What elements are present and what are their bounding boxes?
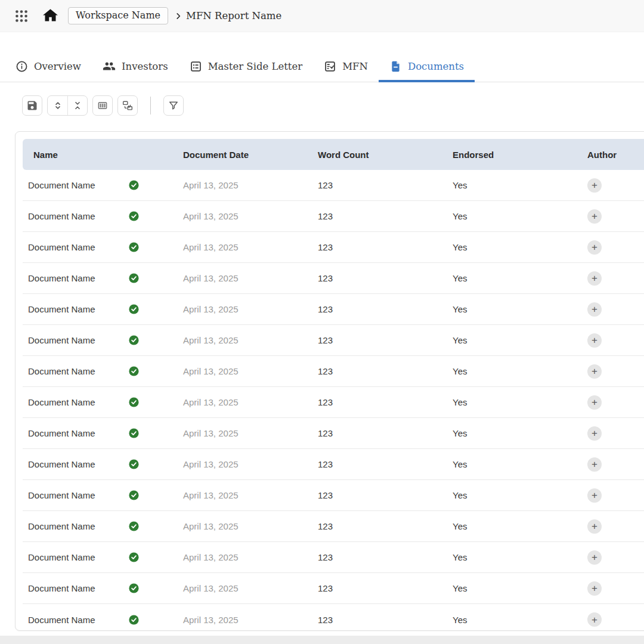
table-row[interactable]: Document Name April 13, 2025 123 Yes + xyxy=(23,263,644,294)
endorsed: Yes xyxy=(447,521,581,531)
collapse-rows-button[interactable] xyxy=(67,96,87,115)
table-row[interactable]: Document Name April 13, 2025 123 Yes + xyxy=(23,294,644,325)
add-author-button[interactable]: + xyxy=(587,612,602,627)
name-cell: Document Name xyxy=(23,304,177,314)
word-count: 123 xyxy=(312,490,447,500)
document-date: April 13, 2025 xyxy=(177,335,312,345)
table-row[interactable]: Document Name April 13, 2025 123 Yes + xyxy=(23,573,644,604)
table-row[interactable]: Document Name April 13, 2025 123 Yes + xyxy=(23,232,644,263)
tab-master-side-letter[interactable]: Master Side Letter xyxy=(179,50,314,82)
column-header-word-count[interactable]: Word Count xyxy=(312,150,447,160)
column-header-document-date[interactable]: Document Date xyxy=(177,150,312,160)
table-row[interactable]: Document Name April 13, 2025 123 Yes + xyxy=(23,480,644,511)
verified-check-icon xyxy=(129,366,139,376)
column-header-author[interactable]: Author xyxy=(581,150,644,160)
add-author-button[interactable]: + xyxy=(587,395,602,410)
tab-overview[interactable]: Overview xyxy=(5,50,92,82)
document-date: April 13, 2025 xyxy=(177,615,312,625)
swap-panels-button[interactable] xyxy=(117,95,138,116)
add-author-button[interactable]: + xyxy=(587,488,602,503)
horizontal-scrollbar[interactable] xyxy=(0,636,644,644)
word-count: 123 xyxy=(312,583,447,593)
save-icon xyxy=(26,100,38,112)
table-row[interactable]: Document Name April 13, 2025 123 Yes + xyxy=(23,356,644,387)
add-author-button[interactable]: + xyxy=(587,302,602,317)
apps-grid-button[interactable] xyxy=(13,8,30,24)
endorsed: Yes xyxy=(447,304,581,314)
tab-label: Master Side Letter xyxy=(208,61,303,72)
documents-table-card: Name Document Date Word Count Endorsed A… xyxy=(15,131,644,631)
columns-button[interactable] xyxy=(92,95,113,116)
tab-mfn[interactable]: MFN xyxy=(313,50,379,82)
add-author-button[interactable]: + xyxy=(587,581,602,596)
people-icon xyxy=(103,60,116,73)
word-count: 123 xyxy=(312,397,447,407)
tab-documents[interactable]: Documents xyxy=(379,50,475,82)
tab-bar: Overview Investors Master Side Letter MF… xyxy=(0,50,644,82)
info-icon xyxy=(16,60,28,73)
table-header-row: Name Document Date Word Count Endorsed A… xyxy=(23,139,644,170)
document-date: April 13, 2025 xyxy=(177,304,312,314)
column-header-endorsed[interactable]: Endorsed xyxy=(447,150,581,160)
add-author-button[interactable]: + xyxy=(587,519,602,534)
name-cell: Document Name xyxy=(23,521,177,531)
add-author-button[interactable]: + xyxy=(587,550,602,565)
tab-investors[interactable]: Investors xyxy=(92,50,179,82)
table-row[interactable]: Document Name April 13, 2025 123 Yes + xyxy=(23,511,644,542)
endorsed: Yes xyxy=(447,211,581,221)
author-cell: + xyxy=(581,550,644,565)
add-author-button[interactable]: + xyxy=(587,426,602,441)
column-header-name[interactable]: Name xyxy=(23,150,177,160)
verified-check-icon xyxy=(129,335,139,345)
verified-check-icon xyxy=(129,428,139,438)
add-author-button[interactable]: + xyxy=(587,178,602,193)
plus-icon: + xyxy=(592,583,597,593)
verified-check-icon xyxy=(129,615,139,625)
add-author-button[interactable]: + xyxy=(587,209,602,224)
name-cell: Document Name xyxy=(23,615,177,625)
toolbar-divider xyxy=(150,97,151,114)
author-cell: + xyxy=(581,240,644,255)
table-row[interactable]: Document Name April 13, 2025 123 Yes + xyxy=(23,170,644,201)
table-row[interactable]: Document Name April 13, 2025 123 Yes + xyxy=(23,325,644,356)
author-cell: + xyxy=(581,209,644,224)
table-row[interactable]: Document Name April 13, 2025 123 Yes + xyxy=(23,542,644,573)
document-date: April 13, 2025 xyxy=(177,521,312,531)
breadcrumb-chevron-icon xyxy=(174,12,182,20)
word-count: 123 xyxy=(312,459,447,469)
author-cell: + xyxy=(581,457,644,472)
filter-button[interactable] xyxy=(163,95,184,116)
topbar: Workspace Name MFN Report Name xyxy=(0,0,644,32)
add-author-button[interactable]: + xyxy=(587,364,602,379)
plus-icon: + xyxy=(592,552,597,562)
plus-icon: + xyxy=(592,521,597,531)
add-author-button[interactable]: + xyxy=(587,240,602,255)
word-count: 123 xyxy=(312,366,447,376)
home-button[interactable] xyxy=(42,8,58,24)
plus-icon: + xyxy=(592,304,597,314)
endorsed: Yes xyxy=(447,552,581,562)
document-name: Document Name xyxy=(28,273,129,283)
name-cell: Document Name xyxy=(23,459,177,469)
table-row[interactable]: Document Name April 13, 2025 123 Yes + xyxy=(23,604,644,631)
add-author-button[interactable]: + xyxy=(587,333,602,348)
save-button[interactable] xyxy=(22,95,42,116)
document-date: April 13, 2025 xyxy=(177,180,312,190)
document-date: April 13, 2025 xyxy=(177,211,312,221)
add-author-button[interactable]: + xyxy=(587,457,602,472)
author-cell: + xyxy=(581,333,644,348)
table-row[interactable]: Document Name April 13, 2025 123 Yes + xyxy=(23,418,644,449)
expand-rows-button[interactable] xyxy=(48,96,67,115)
breadcrumb-workspace-chip[interactable]: Workspace Name xyxy=(68,7,168,24)
author-cell: + xyxy=(581,395,644,410)
table-row[interactable]: Document Name April 13, 2025 123 Yes + xyxy=(23,387,644,418)
add-author-button[interactable]: + xyxy=(587,271,602,286)
verified-check-icon xyxy=(129,459,139,469)
table-toolbar xyxy=(22,95,644,116)
name-cell: Document Name xyxy=(23,211,177,221)
table-row[interactable]: Document Name April 13, 2025 123 Yes + xyxy=(23,449,644,480)
document-name: Document Name xyxy=(28,521,129,531)
table-row[interactable]: Document Name April 13, 2025 123 Yes + xyxy=(23,201,644,232)
document-name: Document Name xyxy=(28,211,129,221)
name-cell: Document Name xyxy=(23,366,177,376)
